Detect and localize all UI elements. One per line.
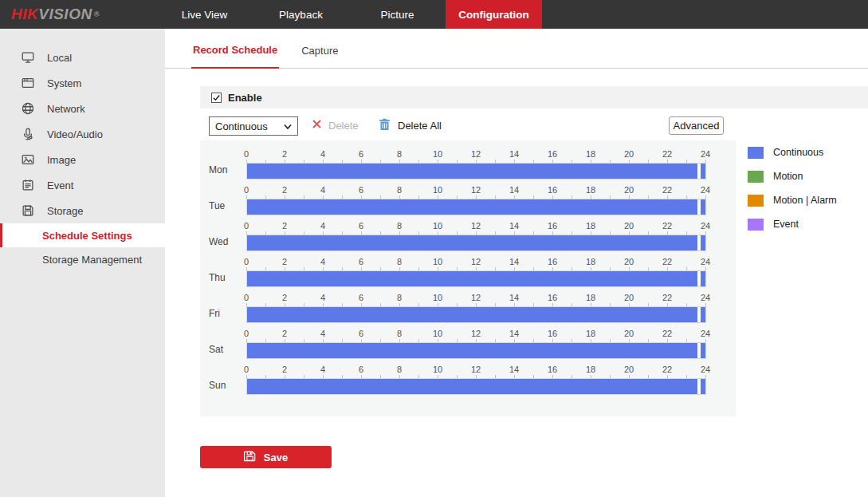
hour-label: 22 (662, 293, 672, 302)
schedule-segment-continuous[interactable] (247, 199, 697, 215)
hour-label: 4 (320, 221, 325, 231)
hour-label: 24 (701, 185, 710, 195)
hour-label: 24 (701, 221, 710, 231)
chevron-down-icon (283, 122, 293, 134)
enable-row: Enable (200, 86, 868, 108)
schedule-bar-track[interactable] (246, 163, 706, 179)
schedule-bar-track[interactable] (246, 306, 706, 323)
time-ruler: 024681012141618202224 (246, 185, 705, 199)
hour-label: 22 (662, 149, 672, 159)
sidebar-item-image[interactable]: Image (0, 147, 165, 172)
sidebar-subitems: Schedule SettingsStorage Management (0, 223, 165, 271)
hour-label: 0 (244, 329, 249, 338)
schedule-segment-continuous[interactable] (701, 271, 705, 286)
day-label: Tue (209, 200, 225, 211)
schedule-row: Mon 024681012141618202224 (200, 148, 736, 183)
tab-record-schedule[interactable]: Record Schedule (191, 44, 279, 69)
top-nav: Live ViewPlaybackPictureConfiguration (156, 0, 542, 29)
hour-label: 0 (244, 149, 249, 159)
schedule-segment-continuous[interactable] (701, 379, 705, 394)
hour-label: 22 (662, 329, 672, 338)
nav-item-configuration[interactable]: Configuration (446, 0, 542, 29)
enable-checkbox[interactable] (211, 93, 222, 103)
schedule-bar-track[interactable] (246, 235, 706, 251)
sidebar-item-video-audio[interactable]: Video/Audio (0, 121, 165, 147)
schedule-bar-track[interactable] (246, 378, 706, 395)
hour-label: 12 (471, 365, 481, 374)
schedule-segment-continuous[interactable] (247, 343, 697, 358)
hour-label: 12 (471, 257, 481, 266)
legend-label: Motion | Alarm (773, 195, 837, 206)
schedule-segment-continuous[interactable] (701, 343, 705, 358)
time-ruler: 024681012141618202224 (246, 149, 705, 163)
schedule-bar-track[interactable] (246, 342, 706, 359)
trash-icon (379, 118, 391, 133)
sidebar-item-event[interactable]: Event (0, 172, 165, 198)
day-label: Thu (209, 272, 226, 283)
sidebar-item-system[interactable]: System (0, 70, 165, 96)
hour-label: 16 (548, 185, 557, 195)
hour-label: 12 (471, 293, 481, 302)
schedule-segment-continuous[interactable] (247, 379, 697, 394)
schedule-segment-continuous[interactable] (701, 235, 705, 250)
schedule-segment-continuous[interactable] (247, 164, 697, 179)
hour-label: 0 (244, 221, 249, 231)
logo-hik-text: HIK (11, 6, 38, 23)
hour-label: 14 (509, 185, 519, 195)
hour-label: 6 (359, 365, 363, 374)
schedule-bar-track[interactable] (246, 199, 706, 215)
hour-label: 10 (433, 365, 442, 374)
legend-swatch (748, 195, 764, 207)
sidebar-subitem-storage-management[interactable]: Storage Management (0, 247, 165, 271)
save-label: Save (264, 452, 288, 463)
hour-label: 20 (624, 221, 634, 231)
schedule-segment-continuous[interactable] (247, 307, 697, 322)
save-button[interactable]: Save (200, 446, 332, 468)
sidebar-item-network[interactable]: Network (0, 96, 165, 121)
schedule-segment-continuous[interactable] (247, 235, 697, 250)
delete-all-label: Delete All (398, 120, 442, 132)
sidebar-item-local[interactable]: Local (0, 45, 165, 70)
time-ruler: 024681012141618202224 (246, 221, 705, 235)
hour-label: 10 (433, 221, 442, 231)
nav-item-label: Live View (182, 9, 228, 21)
schedule-segment-continuous[interactable] (701, 199, 705, 215)
sidebar: Local System Network Video/Audio Image E… (0, 29, 165, 497)
day-label: Mon (209, 164, 227, 176)
hikvision-logo: HIKVISION® (0, 0, 156, 29)
nav-item-label: Configuration (458, 9, 528, 21)
hour-label: 6 (359, 185, 363, 195)
sidebar-item-storage[interactable]: Storage (0, 198, 165, 223)
hour-label: 18 (586, 293, 595, 302)
hour-label: 0 (244, 185, 249, 195)
hour-label: 4 (320, 293, 325, 302)
hour-label: 6 (359, 149, 363, 159)
nav-item-playback[interactable]: Playback (253, 0, 349, 29)
legend-label: Event (773, 219, 799, 230)
day-label: Sun (209, 380, 226, 391)
schedule-bar-track[interactable] (246, 270, 706, 287)
hour-label: 14 (509, 257, 519, 266)
hour-label: 22 (662, 185, 672, 195)
hour-label: 6 (359, 293, 363, 302)
hour-label: 8 (397, 365, 402, 374)
hour-label: 24 (701, 365, 710, 374)
nav-item-live-view[interactable]: Live View (156, 0, 253, 29)
schedule-segment-continuous[interactable] (701, 307, 705, 322)
tab-capture[interactable]: Capture (300, 45, 340, 68)
time-ruler: 024681012141618202224 (246, 257, 705, 270)
sidebar-subitem-schedule-settings[interactable]: Schedule Settings (0, 223, 165, 247)
schedule-segment-continuous[interactable] (247, 271, 697, 286)
advanced-button[interactable]: Advanced (669, 116, 724, 135)
nav-item-picture[interactable]: Picture (349, 0, 446, 29)
hour-label: 16 (548, 329, 557, 338)
schedule-segment-continuous[interactable] (701, 164, 705, 179)
hour-label: 10 (433, 185, 442, 195)
hour-label: 14 (509, 329, 519, 338)
delete-button[interactable]: Delete (312, 119, 359, 132)
record-type-select[interactable]: Continuous (209, 116, 298, 136)
delete-all-button[interactable]: Delete All (379, 118, 442, 133)
hour-label: 12 (471, 185, 481, 195)
hour-label: 12 (471, 149, 481, 159)
hour-label: 16 (548, 365, 557, 374)
